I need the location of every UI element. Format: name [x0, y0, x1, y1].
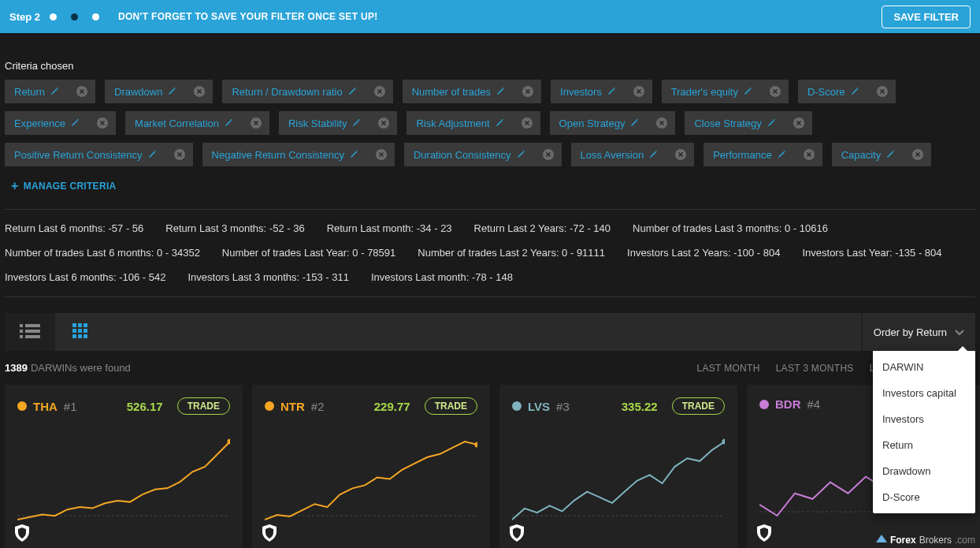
shield-icon: [14, 524, 30, 544]
chip-label: Loss Aversion: [581, 149, 644, 161]
order-option[interactable]: DARWIN: [873, 354, 975, 380]
criteria-chip: Number of trades: [403, 80, 541, 103]
rank: #4: [807, 397, 821, 411]
criteria-chip: Close Strategy: [685, 111, 811, 135]
chip-edit[interactable]: Open Strategy: [550, 117, 643, 129]
chip-edit[interactable]: Drawdown: [105, 86, 180, 98]
order-by-dropdown[interactable]: Order by Return DARWINInvestors capitalI…: [862, 313, 975, 351]
chip-remove[interactable]: [796, 143, 822, 166]
chip-remove[interactable]: [535, 143, 562, 166]
criteria-chip: Return / Drawdown ratio: [222, 80, 392, 103]
chip-label: Experience: [14, 117, 65, 129]
chip-edit[interactable]: Investors: [551, 86, 619, 98]
chip-edit[interactable]: Risk Stability: [279, 117, 364, 129]
svg-rect-28: [72, 329, 76, 333]
chip-label: Return / Drawdown ratio: [232, 86, 342, 98]
sparkline-chart: [17, 437, 230, 524]
criteria-chip: Trader's equity: [662, 80, 789, 103]
order-option[interactable]: Return: [873, 432, 975, 458]
criteria-chip: Capacity: [832, 143, 932, 166]
sparkline-chart: [512, 437, 725, 524]
chip-edit[interactable]: Capacity: [832, 149, 899, 161]
chip-remove[interactable]: [166, 143, 193, 166]
svg-rect-23: [25, 330, 40, 333]
criteria-chip: Risk Adjustment: [406, 111, 540, 135]
symbol: NTR: [280, 400, 305, 413]
svg-rect-19: [20, 324, 23, 327]
svg-rect-32: [78, 334, 82, 338]
chip-edit[interactable]: Positive Return Consistency: [5, 149, 160, 161]
svg-rect-20: [20, 330, 23, 333]
chip-edit[interactable]: Duration Consistency: [404, 149, 529, 161]
trade-button[interactable]: TRADE: [672, 397, 725, 415]
chip-remove[interactable]: [69, 80, 95, 103]
step-label: Step 2: [9, 11, 40, 23]
chip-remove[interactable]: [89, 111, 116, 135]
grid-icon: [72, 323, 88, 341]
chip-edit[interactable]: Return / Drawdown ratio: [222, 86, 359, 98]
save-filter-button[interactable]: SAVE FILTER: [882, 6, 971, 28]
chip-remove[interactable]: [243, 111, 269, 135]
criteria-chip: Investors: [551, 80, 652, 103]
timeframe-tab[interactable]: LAST 3 MONTHS: [776, 363, 854, 374]
chip-remove[interactable]: [667, 143, 694, 166]
chip-remove[interactable]: [785, 111, 812, 135]
chip-edit[interactable]: Market Correlation: [125, 117, 236, 129]
svg-rect-25: [72, 323, 76, 327]
chip-edit[interactable]: Risk Adjustment: [406, 117, 507, 129]
svg-rect-24: [25, 335, 40, 338]
chip-edit[interactable]: Experience: [5, 117, 83, 129]
manage-criteria-button[interactable]: +MANAGE CRITERIA: [5, 174, 123, 198]
chip-label: Trader's equity: [671, 86, 738, 98]
range-item: Investors Last Year: -135 - 804: [802, 245, 941, 262]
chip-edit[interactable]: Number of trades: [403, 86, 508, 98]
order-option[interactable]: Investors: [873, 406, 975, 432]
chip-remove[interactable]: [625, 80, 652, 103]
plus-icon: +: [11, 179, 19, 193]
trade-button[interactable]: TRADE: [177, 397, 230, 415]
chip-edit[interactable]: Close Strategy: [685, 117, 778, 129]
chip-edit[interactable]: Return: [5, 86, 62, 98]
step-dots: [50, 13, 99, 21]
color-dot-icon: [17, 401, 27, 411]
chip-remove[interactable]: [648, 111, 675, 135]
chip-remove[interactable]: [869, 80, 896, 103]
chip-edit[interactable]: D-Score: [798, 86, 863, 98]
chip-edit[interactable]: Trader's equity: [662, 86, 755, 98]
chip-remove[interactable]: [366, 80, 393, 103]
grid-view-button[interactable]: [55, 313, 106, 351]
svg-rect-22: [25, 324, 40, 327]
chip-remove[interactable]: [904, 143, 931, 166]
chip-label: Return: [14, 86, 45, 98]
shield-icon: [262, 524, 277, 544]
timeframe-tab[interactable]: LAST MONTH: [697, 363, 760, 374]
chip-remove[interactable]: [186, 80, 213, 103]
chip-remove[interactable]: [762, 80, 789, 103]
chip-remove[interactable]: [368, 143, 395, 166]
banner-text: DON'T FORGET TO SAVE YOUR FILTER ONCE SE…: [118, 11, 377, 22]
darwin-card[interactable]: THA#1526.17TRADE: [5, 385, 243, 548]
range-item: Return Last 3 months: -52 - 36: [165, 221, 304, 237]
svg-rect-29: [78, 329, 82, 333]
shield-icon: [756, 524, 772, 544]
darwin-card[interactable]: LVS#3335.22TRADE: [499, 385, 737, 548]
chip-edit[interactable]: Performance: [703, 149, 789, 161]
trade-button[interactable]: TRADE: [425, 397, 477, 415]
chip-label: Duration Consistency: [414, 149, 511, 161]
chip-remove[interactable]: [514, 111, 540, 135]
order-by-label: Order by Return: [874, 326, 947, 338]
chip-remove[interactable]: [370, 111, 397, 135]
chip-remove[interactable]: [514, 80, 541, 103]
order-option[interactable]: D-Score: [873, 484, 975, 510]
shield-icon: [509, 524, 525, 544]
order-option[interactable]: Investors capital: [873, 380, 975, 406]
chip-edit[interactable]: Loss Aversion: [571, 149, 662, 161]
darwin-card[interactable]: NTR#2229.77TRADE: [252, 385, 490, 548]
chip-edit[interactable]: Negative Return Consistency: [202, 149, 362, 161]
list-view-button[interactable]: [5, 313, 55, 351]
criteria-chip: Performance: [703, 143, 822, 166]
rank: #3: [556, 400, 570, 413]
order-option[interactable]: Drawdown: [873, 458, 975, 484]
criteria-chip: Duration Consistency: [404, 143, 562, 166]
range-item: Investors Last 3 months: -153 - 311: [188, 270, 350, 286]
